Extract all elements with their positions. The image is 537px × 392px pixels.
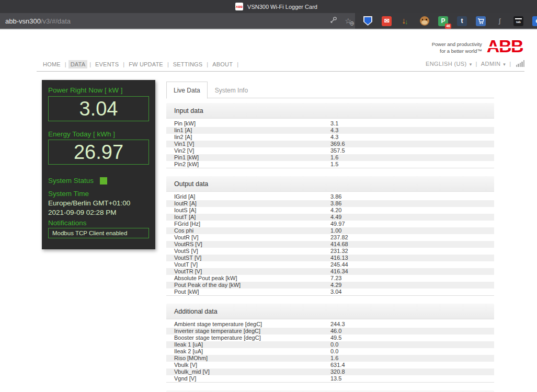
nav-item-fw-update[interactable]: FW UPDATE bbox=[127, 60, 165, 68]
row-label: Pout [kW] bbox=[174, 289, 199, 295]
monkey-extension-icon[interactable] bbox=[419, 16, 429, 26]
row-label: Riso [MOhm] bbox=[174, 355, 208, 362]
table-row: Vbulk [V]631.4 bbox=[166, 362, 494, 368]
row-value: 414.68 bbox=[330, 241, 348, 248]
language-dropdown[interactable]: ENGLISH (US)▾ bbox=[426, 61, 472, 67]
browser-toolbar: abb-vsn300/v3/#/data ☆⨁ ✉↓↓P46tʃtabe bbox=[0, 13, 537, 29]
row-label: IGrid [A] bbox=[174, 193, 195, 200]
table-row: Ambient stage temperature [degC]244.3 bbox=[166, 321, 494, 328]
status-sidebar: Power Right Now [ kW ] 3.04 Energy Today… bbox=[42, 80, 155, 249]
row-value: 244.3 bbox=[330, 321, 345, 328]
edge-extension-icon[interactable]: e bbox=[532, 16, 537, 26]
table-row: Pin2 [kW]1.5 bbox=[166, 161, 494, 168]
shield-shape-inner bbox=[364, 17, 371, 25]
row-label: IoutT [A] bbox=[174, 214, 196, 221]
row-label: Iin1 [A] bbox=[174, 127, 192, 134]
row-label: Inverter stage temperature [degC] bbox=[174, 328, 260, 335]
row-value: 320.8 bbox=[330, 368, 345, 375]
row-label: Vin1 [V] bbox=[174, 141, 194, 147]
nav-item-events[interactable]: EVENTS bbox=[93, 60, 121, 68]
row-label: Ambient stage temperature [degC] bbox=[174, 321, 262, 328]
cart-glyph bbox=[477, 18, 484, 25]
row-value: 46.0 bbox=[330, 328, 341, 335]
abb-logo-text: ABB bbox=[487, 36, 523, 56]
row-value: 4.29 bbox=[330, 282, 341, 289]
nav-item-home[interactable]: HOME bbox=[41, 60, 63, 68]
admin-dropdown[interactable]: ADMIN▾ bbox=[481, 61, 506, 67]
row-value: 416.34 bbox=[330, 268, 348, 275]
table-row: Inverter stage temperature [degC]46.0 bbox=[166, 328, 494, 335]
system-time-label: System Time bbox=[48, 190, 149, 198]
green-arrow: ↓ bbox=[405, 18, 408, 26]
row-value: 369.6 bbox=[330, 141, 345, 147]
tab-extension-icon[interactable]: tab bbox=[513, 16, 523, 26]
download-arrow-extension-icon[interactable]: ↓↓ bbox=[401, 16, 410, 26]
row-label: Pout Peak of the day [kW] bbox=[174, 282, 241, 289]
green-p-extension-icon[interactable]: P46 bbox=[438, 16, 448, 26]
tumblr-extension-icon[interactable]: t bbox=[457, 16, 467, 26]
table-row: IoutS [A]4.20 bbox=[166, 207, 494, 214]
section-header: Output data bbox=[166, 176, 494, 192]
datetime-value: 2021-09-09 02:28 PM bbox=[48, 209, 149, 216]
row-value: 4.20 bbox=[330, 207, 341, 214]
row-value: 357.5 bbox=[330, 147, 345, 154]
row-value: 4.3 bbox=[330, 127, 338, 134]
monkey-eye bbox=[426, 19, 427, 20]
row-label: FGrid [Hz] bbox=[174, 221, 200, 227]
address-bar[interactable]: abb-vsn300/v3/#/data ☆⨁ bbox=[0, 13, 355, 29]
table-row: Booster stage temperature [degC]49.5 bbox=[166, 335, 494, 341]
row-label: Vgnd [V] bbox=[174, 375, 196, 382]
row-label: VoutRS [V] bbox=[174, 241, 202, 248]
nav-separator: | bbox=[237, 61, 238, 67]
energy-today-value: 26.97 bbox=[74, 141, 123, 164]
tab-title: VSN300 Wi-Fi Logger Card bbox=[247, 4, 317, 10]
shield-extension-icon[interactable] bbox=[363, 16, 373, 26]
row-value: 49.5 bbox=[330, 335, 341, 341]
language-label: ENGLISH (US) bbox=[426, 61, 467, 67]
data-table: Ambient stage temperature [degC]244.3Inv… bbox=[166, 321, 494, 383]
bookmark-star-icon[interactable]: ☆⨁ bbox=[345, 17, 351, 25]
nav-item-about[interactable]: ABOUT bbox=[210, 60, 235, 68]
nav-items: HOME|DATA|EVENTS|FW UPDATE|SETTINGS|ABOU… bbox=[41, 60, 241, 68]
mail-extension-icon[interactable]: ✉ bbox=[382, 16, 392, 26]
timezone-value: Europe/Berlin GMT+01:00 bbox=[48, 199, 149, 207]
notification-message: Modbus TCP Client enabled bbox=[48, 228, 149, 238]
row-label: VoutR [V] bbox=[174, 234, 198, 241]
row-label: Booster stage temperature [degC] bbox=[174, 335, 261, 341]
section-input-data: Input dataPin [kW]3.1Iin1 [A]4.3Iin2 [A]… bbox=[166, 103, 494, 168]
tab-icon-bar bbox=[515, 18, 522, 19]
browser-titlebar: ABB VSN300 Wi-Fi Logger Card bbox=[0, 0, 537, 13]
row-value: 0.0 bbox=[330, 341, 338, 348]
row-label: Absolute Pout peak [kW] bbox=[174, 275, 237, 282]
extension-badge: 46 bbox=[445, 24, 451, 29]
s-extension-icon[interactable]: ʃ bbox=[495, 16, 505, 26]
browser-tab[interactable]: ABB VSN300 Wi-Fi Logger Card bbox=[235, 3, 317, 10]
row-value: 0.0 bbox=[330, 348, 338, 355]
shield-shape bbox=[363, 16, 372, 26]
main-content: Live DataSystem Info Input dataPin [kW]3… bbox=[166, 81, 494, 392]
signal-strength-icon bbox=[516, 60, 525, 67]
nav-separator: | bbox=[476, 61, 477, 67]
row-label: Vbulk [V] bbox=[174, 362, 197, 368]
nav-separator: | bbox=[167, 61, 169, 67]
cart-extension-icon[interactable] bbox=[476, 16, 486, 26]
power-now-value: 3.04 bbox=[79, 98, 118, 120]
row-label: Vbulk_mid [V] bbox=[174, 368, 210, 375]
nav-item-settings[interactable]: SETTINGS bbox=[171, 60, 205, 68]
url-text[interactable]: abb-vsn300/v3/#/data bbox=[0, 17, 329, 25]
row-label: Ileak 1 [uA] bbox=[174, 341, 203, 348]
row-label: Cos phi bbox=[174, 227, 193, 234]
tab-live-data[interactable]: Live Data bbox=[166, 82, 208, 99]
key-icon[interactable] bbox=[329, 16, 337, 26]
table-row: Pout Peak of the day [kW]4.29 bbox=[166, 282, 494, 289]
tagline-line1: Power and productivity bbox=[432, 41, 482, 48]
row-label: Ileak 2 [uA] bbox=[174, 348, 203, 355]
tab-system-info[interactable]: System Info bbox=[208, 82, 255, 99]
table-row: FGrid [Hz]49.97 bbox=[166, 221, 494, 227]
row-value: 3.04 bbox=[330, 289, 341, 295]
monkey-eye bbox=[422, 19, 424, 20]
star-gear-icon: ⨁ bbox=[350, 21, 354, 26]
nav-item-data[interactable]: DATA bbox=[68, 60, 88, 68]
address-bar-icons: ☆⨁ bbox=[329, 16, 355, 26]
row-value: 1.5 bbox=[330, 161, 338, 168]
